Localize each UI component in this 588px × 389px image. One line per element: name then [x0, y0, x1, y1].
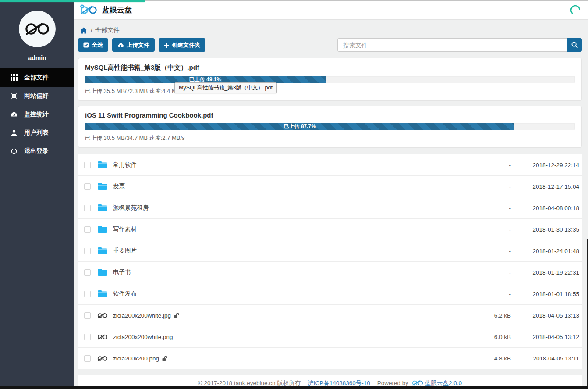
create-folder-label: 创建文件夹: [172, 41, 200, 49]
list-item-folder[interactable]: 源枫景苑租房 - 2018-04-08 00:18: [78, 197, 582, 219]
list-item-file[interactable]: zicla200x200.png 4.8 kB 2018-04-05 13:11: [78, 348, 582, 369]
file-size: 6.0 kB: [471, 334, 511, 340]
file-date: 2018-04-05 13:13: [514, 312, 579, 319]
row-checkbox[interactable]: [84, 312, 91, 319]
file-name: zicla200x200white.png: [113, 334, 173, 340]
file-name: 常用软件: [113, 161, 137, 169]
file-date: 2018-01-30 13:35: [514, 226, 579, 233]
file-size: -: [471, 162, 511, 168]
file-size: -: [471, 291, 511, 297]
file-date: 2018-04-05 13:11: [514, 355, 579, 362]
file-date: 2018-12-17 15:04: [514, 183, 579, 190]
lock-open-icon: [174, 313, 179, 318]
file-size: -: [471, 248, 511, 254]
file-date: 2018-12-29 22:14: [514, 162, 579, 168]
row-checkbox[interactable]: [84, 183, 91, 190]
list-item-file[interactable]: zicla200x200white.jpg 6.2 kB 2018-04-05 …: [78, 305, 582, 326]
search-group: [337, 38, 582, 52]
row-checkbox[interactable]: [84, 291, 91, 297]
file-date: 2018-01-19 22:31: [514, 269, 579, 276]
plus-icon: [164, 43, 169, 48]
list-item-folder[interactable]: 重要图片 - 2018-01-24 01:48: [78, 240, 582, 262]
sidebar-item-monitoring-stats[interactable]: 监控统计: [0, 105, 74, 124]
file-name: 发票: [113, 182, 125, 190]
file-name: zicla200x200.png: [113, 355, 159, 362]
grid-icon: [10, 74, 18, 82]
row-checkbox[interactable]: [84, 205, 91, 211]
sidebar-item-label: 网站偏好: [24, 92, 49, 100]
user-icon: [10, 129, 18, 137]
folder-icon: [97, 268, 108, 276]
row-checkbox[interactable]: [84, 226, 91, 233]
sidebar-item-label: 监控统计: [24, 111, 49, 118]
eyeblue-logo-icon: [412, 380, 423, 386]
list-item-file[interactable]: zicla200x200white.png 6.0 kB 2018-04-05 …: [78, 326, 582, 348]
file-size: 4.8 kB: [471, 355, 511, 362]
row-checkbox[interactable]: [84, 248, 91, 254]
folder-icon: [97, 247, 108, 255]
app-title: 蓝眼云盘: [102, 5, 132, 15]
upload-progress-track: 已上传 87.7%: [85, 123, 575, 130]
file-name: 写作素材: [113, 225, 137, 233]
powered-by-label: Powered by: [377, 380, 408, 386]
list-item-folder[interactable]: 写作素材 - 2018-01-30 13:35: [78, 219, 582, 240]
search-button[interactable]: [567, 38, 582, 52]
upload-file-label: 上传文件: [127, 41, 149, 49]
dashboard-icon: [10, 111, 18, 118]
file-size: 6.2 kB: [471, 312, 511, 319]
gear-icon: [10, 93, 18, 100]
user-avatar: [19, 11, 56, 47]
select-all-button[interactable]: 全选: [78, 38, 108, 52]
image-file-icon: [97, 355, 108, 362]
upload-file-name: MySQL高性能书籍_第3版（中文）.pdf: [85, 64, 575, 72]
list-item-folder[interactable]: 常用软件 - 2018-12-29 22:14: [78, 154, 582, 176]
upload-detail: 已上传:30.5 MB/34.7 MB 速度:2.7 MB/s: [85, 134, 575, 142]
file-size: -: [471, 183, 511, 190]
folder-icon: [97, 204, 108, 212]
sidebar-item-site-preferences[interactable]: 网站偏好: [0, 87, 74, 105]
breadcrumb-separator: /: [91, 27, 92, 34]
list-item-folder[interactable]: 发票 - 2018-12-17 15:04: [78, 176, 582, 197]
search-input[interactable]: [337, 38, 567, 52]
list-item-folder[interactable]: 软件发布 - 2018-01-01 18:55: [78, 283, 582, 305]
sidebar-item-logout[interactable]: 退出登录: [0, 142, 74, 161]
row-checkbox[interactable]: [84, 334, 91, 340]
page-load-progress-bar: [0, 0, 145, 2]
sidebar-item-label: 退出登录: [24, 147, 49, 155]
file-size: -: [471, 205, 511, 211]
folder-icon: [97, 161, 108, 169]
row-checkbox[interactable]: [84, 162, 91, 168]
row-checkbox[interactable]: [84, 269, 91, 276]
upload-detail: 已上传:35.5 MB/72.3 MB 速度:4.4 MB/s: [85, 87, 575, 95]
image-file-icon: [97, 334, 108, 340]
upload-file-name: iOS 11 Swift Programming Cookbook.pdf: [85, 111, 575, 119]
main-area: 蓝眼云盘 / 全部文件 全选 上传文件: [74, 0, 588, 386]
sidebar-item-all-files[interactable]: 全部文件: [0, 68, 74, 87]
row-checkbox[interactable]: [84, 355, 91, 362]
lock-open-icon: [162, 356, 167, 361]
upload-progress-label: 已上传 87.7%: [284, 123, 316, 130]
file-list: 常用软件 - 2018-12-29 22:14 发票 - 2018-12-17 …: [78, 154, 582, 369]
bottom-edge-bar: [0, 386, 588, 389]
file-size: -: [471, 226, 511, 233]
sidebar-menu: 全部文件 网站偏好 监控统计 用户列表: [0, 68, 74, 161]
file-name: 软件发布: [113, 290, 137, 298]
file-size: -: [471, 269, 511, 276]
check-square-icon: [83, 42, 89, 48]
folder-icon: [97, 182, 108, 190]
upload-file-button[interactable]: 上传文件: [112, 38, 155, 52]
sidebar-item-user-list[interactable]: 用户列表: [0, 124, 74, 142]
list-item-folder[interactable]: 电子书 - 2018-01-19 22:31: [78, 262, 582, 283]
brand-link[interactable]: 蓝眼云盘: [79, 4, 132, 15]
select-all-label: 全选: [92, 41, 103, 49]
toolbar: 全选 上传文件 创建文件夹: [78, 38, 582, 52]
upload-progress-bar: 已上传 87.7%: [85, 123, 514, 130]
home-icon[interactable]: [80, 27, 87, 34]
app-window: admin 全部文件 网站偏好 监控统计: [0, 0, 588, 389]
file-date: 2018-01-01 18:55: [514, 291, 579, 297]
eyeblue-logo-icon: [79, 4, 98, 15]
upload-progress-track: 已上传 49.1%: [85, 76, 575, 83]
create-folder-button[interactable]: 创建文件夹: [159, 38, 205, 52]
filename-tooltip: MySQL高性能书籍_第3版（中文）.pdf: [174, 82, 277, 93]
sidebar: admin 全部文件 网站偏好 监控统计: [0, 0, 74, 386]
